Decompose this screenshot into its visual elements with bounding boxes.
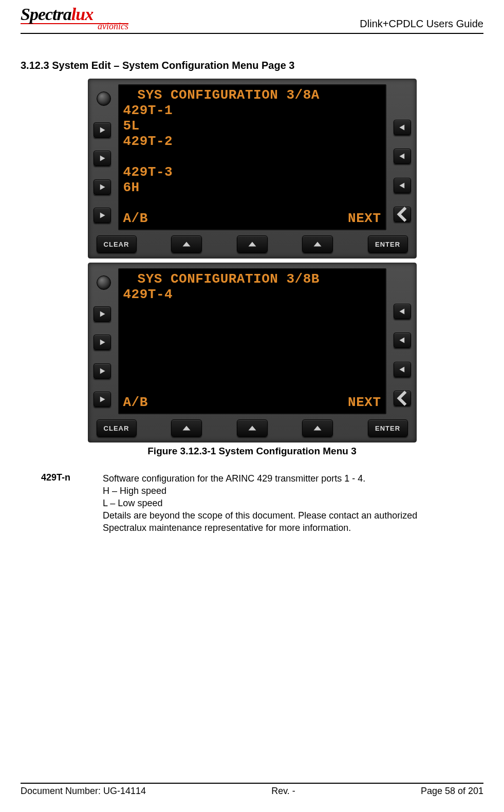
screen-bottom-left: A/B (123, 395, 148, 410)
screen-line (123, 333, 381, 348)
arrow-up-button-2[interactable] (237, 419, 268, 437)
svg-marker-19 (314, 426, 322, 431)
screen-line (123, 318, 381, 333)
svg-marker-15 (399, 337, 404, 343)
cdu-screen-a: SYS CONFIGURATION 3/8A 429T-1 5L 429T-2 … (118, 84, 386, 230)
footer-doc-number: Document Number: UG-14114 (21, 786, 146, 797)
arrow-up-button-1[interactable] (171, 235, 202, 253)
svg-marker-17 (183, 426, 191, 431)
enter-button[interactable]: ENTER (368, 235, 408, 253)
svg-marker-6 (399, 182, 404, 188)
lsk-l2[interactable] (94, 335, 111, 350)
logo-text-black: Spectra (21, 5, 71, 24)
lsk-r3[interactable] (394, 362, 411, 377)
lsk-r2[interactable] (394, 149, 411, 164)
page-footer: Document Number: UG-14114 Rev. - Page 58… (21, 783, 483, 797)
cdu-screen-b: SYS CONFIGURATION 3/8B 429T-4 A/B NEXT (118, 268, 386, 414)
logo-text-accent: lux (71, 5, 93, 24)
right-lsk-column (390, 268, 411, 414)
bezel-button-row: CLEAR ENTER (94, 414, 411, 438)
lsk-l1[interactable] (94, 122, 111, 138)
svg-marker-0 (100, 127, 105, 133)
svg-marker-2 (100, 184, 105, 190)
definition-term: 429T-n (41, 472, 82, 534)
svg-marker-14 (399, 308, 404, 314)
clear-button[interactable]: CLEAR (97, 235, 137, 253)
lsk-l4[interactable] (94, 392, 111, 407)
screen-line: 429T-2 (123, 134, 381, 149)
arrow-up-button-1[interactable] (171, 419, 202, 437)
screen-line (123, 348, 381, 364)
page-caret-button[interactable] (394, 391, 411, 406)
svg-marker-9 (314, 242, 322, 247)
lsk-l3[interactable] (94, 179, 111, 195)
svg-marker-8 (248, 242, 256, 247)
cdu-device-b: SYS CONFIGURATION 3/8B 429T-4 A/B NEXT (88, 263, 417, 442)
svg-marker-3 (100, 212, 105, 218)
left-lsk-column (94, 268, 114, 414)
arrow-up-button-3[interactable] (302, 419, 333, 437)
brand-logo: Spectralux avionics (21, 5, 128, 32)
screen-line (123, 379, 381, 395)
svg-marker-10 (100, 311, 105, 317)
screen-title: SYS CONFIGURATION 3/8B (123, 271, 381, 287)
definition-line: H – High speed (103, 485, 432, 497)
svg-marker-5 (399, 153, 404, 159)
definition-line: L – Low speed (103, 497, 432, 509)
lsk-l2[interactable] (94, 151, 111, 166)
screen-line: 429T-1 (123, 103, 381, 118)
definition-line: Software configuration for the ARINC 429… (103, 472, 432, 485)
svg-marker-7 (183, 242, 191, 247)
screen-line (123, 149, 381, 164)
definition-block: 429T-n Software configuration for the AR… (41, 472, 483, 534)
screen-line (123, 302, 381, 318)
screen-line (123, 364, 381, 379)
svg-marker-12 (100, 368, 105, 374)
screen-bottom-left: A/B (123, 211, 148, 226)
clear-button[interactable]: CLEAR (97, 419, 137, 437)
footer-revision: Rev. - (271, 786, 295, 797)
enter-button[interactable]: ENTER (368, 419, 408, 437)
lsk-l1[interactable] (94, 306, 111, 322)
screen-line (123, 195, 381, 211)
screen-title: SYS CONFIGURATION 3/8A (123, 87, 381, 103)
lsk-r3[interactable] (394, 178, 411, 193)
screen-line: 5L (123, 118, 381, 134)
screen-line: 429T-4 (123, 287, 381, 302)
arrow-up-button-2[interactable] (237, 235, 268, 253)
screen-line: 429T-3 (123, 164, 381, 180)
cdu-device-a: SYS CONFIGURATION 3/8A 429T-1 5L 429T-2 … (88, 79, 417, 259)
right-lsk-column (390, 84, 411, 230)
svg-marker-18 (248, 426, 256, 431)
lsk-l4[interactable] (94, 208, 111, 223)
lsk-r1[interactable] (394, 120, 411, 135)
svg-marker-1 (100, 155, 105, 161)
brightness-knob[interactable] (97, 91, 111, 106)
page-caret-button[interactable] (394, 207, 411, 222)
screen-bottom-right: NEXT (348, 395, 381, 410)
document-title: Dlink+CPDLC Users Guide (360, 18, 483, 32)
left-lsk-column (94, 84, 114, 230)
figure-caption: Figure 3.12.3-1 System Configuration Men… (21, 446, 483, 457)
svg-marker-16 (399, 366, 404, 372)
svg-marker-4 (399, 124, 404, 130)
bezel-button-row: CLEAR ENTER (94, 230, 411, 254)
section-heading: 3.12.3 System Edit – System Configuratio… (21, 60, 483, 71)
brightness-knob[interactable] (97, 275, 111, 290)
footer-page-number: Page 58 of 201 (421, 786, 483, 797)
definition-body: Software configuration for the ARINC 429… (103, 472, 432, 534)
screen-line: 6H (123, 180, 381, 195)
screen-bottom-right: NEXT (348, 211, 381, 226)
lsk-r2[interactable] (394, 333, 411, 348)
arrow-up-button-3[interactable] (302, 235, 333, 253)
lsk-r1[interactable] (394, 304, 411, 319)
svg-marker-11 (100, 339, 105, 345)
svg-marker-13 (100, 396, 105, 402)
lsk-l3[interactable] (94, 363, 111, 379)
definition-line: Details are beyond the scope of this doc… (103, 509, 432, 534)
page-header: Spectralux avionics Dlink+CPDLC Users Gu… (21, 0, 483, 34)
